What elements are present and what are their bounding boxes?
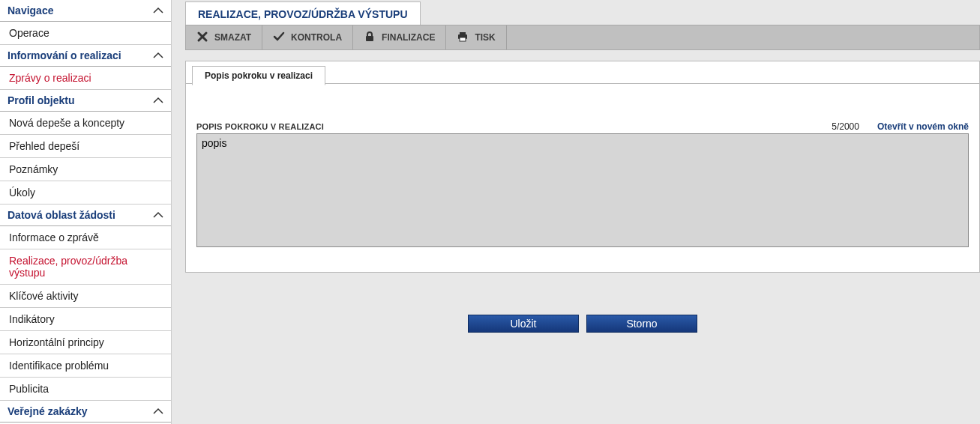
nav-header-label: Informování o realizaci <box>7 49 121 61</box>
main: REALIZACE, PROVOZ/ÚDRŽBA VÝSTUPU SMAZAT … <box>172 0 980 424</box>
check-button[interactable]: KONTROLA <box>262 25 353 49</box>
button-label: SMAZAT <box>214 32 251 43</box>
nav-item-informace-o-zprave[interactable]: Informace o zprávě <box>0 226 171 249</box>
chevron-up-icon <box>153 95 163 106</box>
nav-item-poznamky[interactable]: Poznámky <box>0 158 171 181</box>
page-title-tab: REALIZACE, PROVOZ/ÚDRŽBA VÝSTUPU <box>185 1 421 25</box>
cancel-button[interactable]: Storno <box>586 315 697 333</box>
nav-header-label: Navigace <box>7 4 53 16</box>
nav-item-publicita[interactable]: Publicita <box>0 378 171 401</box>
nav-header-verejne-zakazky[interactable]: Veřejné zakázky <box>0 401 171 423</box>
progress-description-textarea[interactable] <box>196 133 969 247</box>
nav-item-ukoly[interactable]: Úkoly <box>0 181 171 205</box>
finalize-button[interactable]: FINALIZACE <box>353 25 446 49</box>
nav-header-label: Datová oblast žádosti <box>7 209 115 221</box>
nav-header-label: Profil objektu <box>7 94 74 106</box>
nav-item-nova-depese[interactable]: Nová depeše a koncepty <box>0 112 171 135</box>
lock-icon <box>364 31 376 45</box>
nav-header-label: Veřejné zakázky <box>7 405 88 417</box>
button-label: FINALIZACE <box>382 32 435 43</box>
nav-header-navigace[interactable]: Navigace <box>0 0 171 22</box>
chevron-up-icon <box>153 406 163 417</box>
nav-item-realizace-provoz[interactable]: Realizace, provoz/údržba výstupu <box>0 249 171 285</box>
field-label: POPIS POKROKU V REALIZACI <box>196 122 324 131</box>
toolbar: SMAZAT KONTROLA FINALIZACE TISK <box>185 25 980 50</box>
cross-icon <box>196 31 208 45</box>
button-label: KONTROLA <box>291 32 342 43</box>
nav-header-datova-oblast[interactable]: Datová oblast žádosti <box>0 205 171 226</box>
button-label: TISK <box>475 32 495 43</box>
content-panel: Popis pokroku v realizaci POPIS POKROKU … <box>185 61 980 273</box>
nav-item-prehled-depesi[interactable]: Přehled depeší <box>0 135 171 158</box>
save-button[interactable]: Uložit <box>468 315 579 333</box>
nav-item-horizontalni-principy[interactable]: Horizontální principy <box>0 331 171 354</box>
svg-rect-3 <box>460 37 466 41</box>
nav-header-informovani[interactable]: Informování o realizaci <box>0 45 171 67</box>
chevron-up-icon <box>153 5 163 16</box>
sidebar: Navigace Operace Informování o realizaci… <box>0 0 172 424</box>
svg-rect-2 <box>460 32 466 34</box>
nav-item-klicove-aktivity[interactable]: Klíčové aktivity <box>0 285 171 308</box>
print-button[interactable]: TISK <box>446 25 506 49</box>
chevron-up-icon <box>153 210 163 221</box>
printer-icon <box>457 31 469 45</box>
delete-button[interactable]: SMAZAT <box>186 25 262 49</box>
button-row: Uložit Storno <box>185 315 980 333</box>
checkmark-icon <box>273 31 285 45</box>
svg-rect-0 <box>366 36 373 41</box>
nav-item-operace[interactable]: Operace <box>0 22 171 45</box>
nav-header-profil-objektu[interactable]: Profil objektu <box>0 90 171 112</box>
open-in-new-window-link[interactable]: Otevřít v novém okně <box>877 121 969 132</box>
inner-tab-popis[interactable]: Popis pokroku v realizaci <box>192 66 325 85</box>
nav-item-identifikace-problemu[interactable]: Identifikace problému <box>0 354 171 378</box>
nav-item-indikatory[interactable]: Indikátory <box>0 308 171 331</box>
nav-item-zpravy-o-realizaci[interactable]: Zprávy o realizaci <box>0 67 171 90</box>
chevron-up-icon <box>153 50 163 61</box>
char-counter: 5/2000 <box>832 121 859 132</box>
inner-tab-bar: Popis pokroku v realizaci <box>186 61 979 84</box>
